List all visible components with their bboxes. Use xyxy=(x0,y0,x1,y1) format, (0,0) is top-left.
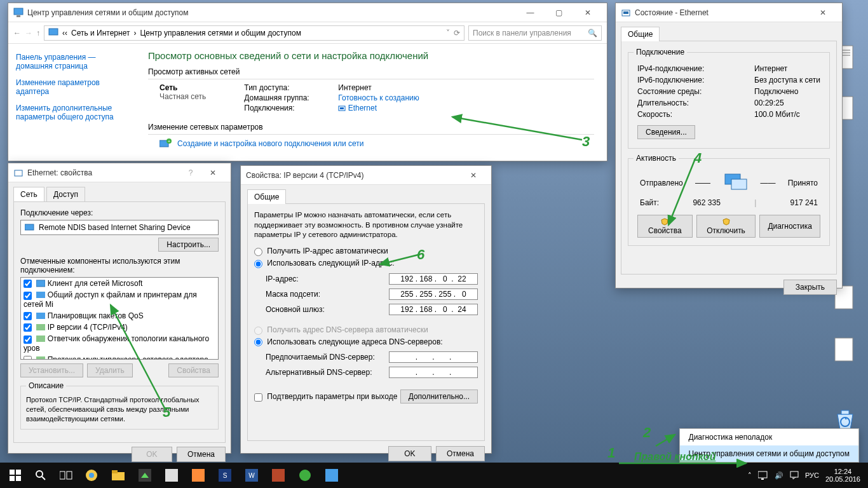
taskbar-app-word[interactable]: W xyxy=(239,463,264,488)
annotation-3: 3 xyxy=(582,133,590,150)
media-label: Состояние среды: xyxy=(637,87,754,96)
list-item[interactable]: Общий доступ к файлам и принтерам для се… xyxy=(21,289,218,309)
tab-access[interactable]: Доступ xyxy=(46,187,85,202)
breadcrumb[interactable]: ‹‹ Сеть и Интернет › Центр управления се… xyxy=(44,25,465,41)
list-item[interactable]: Клиент для сетей Microsoft xyxy=(21,278,218,289)
svg-rect-32 xyxy=(10,476,15,481)
alt-dns-input[interactable] xyxy=(389,367,478,378)
svg-rect-6 xyxy=(835,338,853,361)
close-button[interactable]: ✕ xyxy=(808,3,837,22)
new-connection-link[interactable]: Создание и настройка нового подключения … xyxy=(177,139,364,148)
auto-ip-radio[interactable]: Получить IP-адрес автоматически xyxy=(254,247,388,255)
cancel-button[interactable]: Отмена xyxy=(177,447,226,462)
up-button[interactable]: ↑ xyxy=(36,29,40,37)
svg-rect-23 xyxy=(36,280,45,287)
list-item[interactable]: Планировщик пакетов QoS xyxy=(21,310,218,322)
uninstall-button[interactable]: Удалить xyxy=(87,363,133,377)
desktop-icon[interactable] xyxy=(832,337,860,365)
network-tray-icon[interactable] xyxy=(758,471,768,480)
install-button[interactable]: Установить... xyxy=(20,363,83,377)
annotation-6: 6 xyxy=(417,247,424,263)
diagnose-button[interactable]: Диагностика xyxy=(759,215,820,238)
use-dns-radio[interactable]: Использовать следующие адреса DNS-сервер… xyxy=(254,337,443,346)
volume-icon[interactable]: 🔊 xyxy=(775,471,783,480)
active-nets-label: Просмотр активных сетей xyxy=(148,67,594,76)
gateway-input[interactable] xyxy=(389,304,478,315)
taskbar-app-chrome[interactable] xyxy=(79,463,104,488)
speed-value: 100.0 Мбит/с xyxy=(754,110,820,119)
tray-up-icon[interactable]: ˄ xyxy=(748,471,752,480)
svg-rect-9 xyxy=(14,8,23,15)
disable-button[interactable]: Отключить xyxy=(696,215,756,238)
back-button[interactable]: ← xyxy=(13,29,21,37)
taskbar-app[interactable] xyxy=(266,463,291,488)
start-button[interactable] xyxy=(3,463,28,488)
taskbar-app[interactable] xyxy=(319,463,344,488)
titlebar[interactable]: Свойства: IP версии 4 (TCP/IPv4) ✕ xyxy=(241,166,491,185)
breadcrumb-item[interactable]: Сеть и Интернет xyxy=(71,29,130,37)
refresh-icon[interactable]: ⟳ xyxy=(454,29,460,37)
taskbar-app[interactable]: S xyxy=(212,463,238,488)
close-button[interactable]: ✕ xyxy=(461,166,486,185)
ip-input[interactable] xyxy=(389,273,478,285)
dropdown-icon[interactable]: ˅ xyxy=(446,29,450,37)
action-center-icon[interactable] xyxy=(790,471,799,480)
minimize-button[interactable]: — xyxy=(516,3,545,22)
sidebar-adapter-link[interactable]: Изменение параметров адаптера xyxy=(16,78,128,96)
advanced-button[interactable]: Дополнительно... xyxy=(400,390,478,403)
close-button[interactable]: ✕ xyxy=(573,3,602,22)
language-indicator[interactable]: РУС xyxy=(805,471,819,479)
sidebar-home-link[interactable]: Панель управления — домашняя страница xyxy=(16,53,128,71)
breadcrumb-item[interactable]: Центр управления сетями и общим доступом xyxy=(140,29,301,37)
details-button[interactable]: Сведения... xyxy=(637,125,695,139)
properties-button[interactable]: Свойства xyxy=(637,215,693,238)
svg-rect-52 xyxy=(758,471,767,478)
validate-checkbox[interactable]: Подтвердить параметры при выходе xyxy=(254,392,397,401)
annotation-2: 2 xyxy=(643,424,651,441)
taskbar-app[interactable] xyxy=(159,463,184,488)
components-list[interactable]: Клиент для сетей Microsoft Общий доступ … xyxy=(20,277,219,360)
taskbar-app[interactable] xyxy=(186,463,211,488)
description-text: Протокол TCP/IP. Стандартный протокол гл… xyxy=(26,395,213,424)
ok-button[interactable]: OK xyxy=(132,447,172,462)
menu-diagnose[interactable]: Диагностика неполадок xyxy=(680,429,859,445)
taskbar-app[interactable] xyxy=(132,463,158,488)
sidebar-sharing-link[interactable]: Изменить дополнительные параметры общего… xyxy=(16,104,128,121)
configure-button[interactable]: Настроить... xyxy=(158,238,219,252)
tab-network[interactable]: Сеть xyxy=(13,187,44,201)
tab-general[interactable]: Общие xyxy=(621,27,660,41)
tab-general[interactable]: Общие xyxy=(247,189,286,204)
list-item[interactable]: Ответчик обнаружения топологии канальног… xyxy=(21,333,218,353)
ok-button[interactable]: OK xyxy=(388,446,431,461)
titlebar[interactable]: Центр управления сетями и общим доступом… xyxy=(8,3,607,22)
cancel-button[interactable]: Отмена xyxy=(436,446,485,461)
connect-via-label: Подключение через: xyxy=(20,208,219,217)
close-button[interactable]: ✕ xyxy=(200,163,226,182)
svg-rect-53 xyxy=(761,478,764,480)
list-item[interactable]: Протокол мультиплексора сетевого адаптер… xyxy=(21,354,218,360)
help-button[interactable]: ? xyxy=(181,163,200,182)
titlebar[interactable]: Состояние - Ethernet ✕ xyxy=(616,3,842,22)
titlebar[interactable]: Ethernet: свойства ? ✕ xyxy=(8,163,231,182)
taskbar-app-explorer[interactable] xyxy=(105,463,131,488)
ethernet-link[interactable]: Ethernet xyxy=(338,104,419,112)
forward-button[interactable]: → xyxy=(25,29,32,37)
search-input[interactable]: Поиск в панели управления 🔍 xyxy=(468,25,602,41)
taskbar-app[interactable] xyxy=(292,463,318,488)
use-ip-radio[interactable]: Использовать следующий IP-адрес: xyxy=(254,259,395,268)
search-button[interactable] xyxy=(28,463,53,488)
pref-dns-input[interactable] xyxy=(389,351,478,363)
close-dialog-button[interactable]: Закрыть xyxy=(783,280,837,295)
homegroup-link[interactable]: Готовность к созданию xyxy=(338,93,419,102)
item-properties-button[interactable]: Свойства xyxy=(168,363,219,377)
clock[interactable]: 12:24 20.05.2016 xyxy=(825,468,860,483)
list-item-ipv4[interactable]: IP версии 4 (TCP/IPv4) xyxy=(21,322,218,333)
maximize-button[interactable]: ▢ xyxy=(545,3,573,22)
media-value: Подключено xyxy=(754,87,820,96)
annotation-4: 4 xyxy=(694,150,702,166)
mask-label: Маска подсети: xyxy=(266,290,389,299)
svg-rect-36 xyxy=(60,471,65,479)
window-title: Свойства: IP версии 4 (TCP/IPv4) xyxy=(246,171,461,180)
mask-input[interactable] xyxy=(389,288,478,300)
task-view-button[interactable] xyxy=(53,463,79,488)
